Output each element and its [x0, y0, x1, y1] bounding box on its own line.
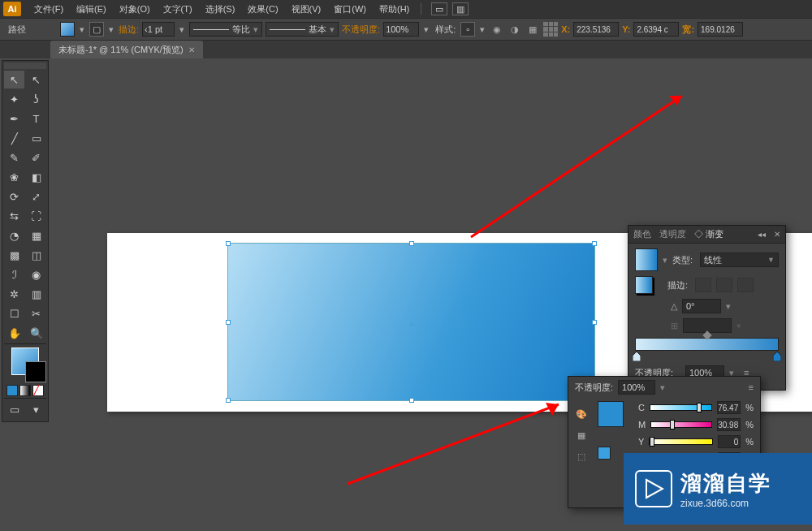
scale-tool[interactable]: ⤢	[26, 188, 46, 205]
zoom-tool[interactable]: 🔍	[26, 324, 46, 342]
color-panel-menu-icon[interactable]: ≡	[749, 382, 754, 392]
globe-icon[interactable]: ◉	[490, 22, 504, 37]
y-thumb[interactable]	[650, 437, 654, 447]
menu-help[interactable]: 帮助(H)	[373, 3, 416, 15]
layout-btn-2[interactable]: ▥	[452, 2, 469, 15]
m-track[interactable]	[650, 421, 712, 428]
type-tool[interactable]: T	[26, 110, 46, 127]
menu-file[interactable]: 文件(F)	[28, 3, 70, 15]
c-value[interactable]: 76.47	[717, 401, 741, 414]
eraser-tool[interactable]: ◧	[26, 168, 46, 186]
style-swatch[interactable]: ▫	[460, 22, 475, 37]
lasso-tool[interactable]: ʖ	[26, 90, 46, 108]
gradient-slider[interactable]	[635, 338, 779, 351]
resize-handle[interactable]	[226, 320, 231, 325]
c-track[interactable]	[650, 404, 712, 411]
panel-collapse-icon[interactable]: ◂◂	[758, 230, 766, 239]
menu-view[interactable]: 视图(V)	[285, 3, 328, 15]
resize-handle[interactable]	[409, 398, 414, 403]
fill-swatch[interactable]	[60, 22, 75, 37]
screen-mode[interactable]: ▭	[4, 400, 24, 418]
rectangle-tool[interactable]: ▭	[26, 129, 46, 147]
gradient-fill-stroke[interactable]	[635, 276, 653, 294]
line-tool[interactable]: ╱	[4, 129, 24, 147]
gradient-stop-left[interactable]	[633, 352, 641, 361]
ref-point-icon[interactable]	[543, 22, 558, 37]
color-opacity-input[interactable]: 100%	[618, 380, 655, 395]
package-icon[interactable]: ⬚	[573, 450, 590, 463]
hand-tool[interactable]: ✋	[4, 324, 24, 342]
gradient-mode-icon[interactable]	[19, 385, 31, 396]
magic-wand-tool[interactable]: ✦	[4, 90, 24, 108]
eyedropper-tool[interactable]: ℐ	[4, 266, 24, 283]
style-drop[interactable]: ▾	[478, 22, 486, 37]
transparency-tab[interactable]: 透明度	[659, 228, 686, 240]
shape-builder-tool[interactable]: ◔	[4, 227, 24, 244]
close-tab-icon[interactable]: ✕	[188, 45, 195, 54]
symbol-sprayer-tool[interactable]: ✲	[4, 285, 24, 303]
color-mode-icon[interactable]	[6, 385, 18, 396]
change-screen[interactable]: ▾	[26, 400, 46, 418]
menu-select[interactable]: 选择(S)	[199, 3, 242, 15]
brush-def[interactable]: 基本▾	[266, 22, 339, 37]
opacity-drop[interactable]: ▾	[422, 22, 430, 37]
linked-color-swatch[interactable]	[598, 447, 611, 460]
rotate-tool[interactable]: ⟳	[4, 188, 24, 205]
selected-rectangle[interactable]: ×	[227, 243, 595, 401]
fill-dropdown[interactable]: ▾	[78, 22, 86, 37]
resize-handle[interactable]	[226, 398, 231, 403]
menu-edit[interactable]: 编辑(E)	[70, 3, 113, 15]
panel-close-icon[interactable]: ✕	[774, 230, 780, 239]
document-tab[interactable]: 未标题-1* @ 11% (CMYK/预览) ✕	[50, 41, 203, 58]
resize-handle[interactable]	[226, 241, 231, 246]
gradient-stop-right[interactable]	[773, 352, 781, 361]
free-transform-tool[interactable]: ⛶	[26, 207, 46, 225]
width-tool[interactable]: ⇆	[4, 207, 24, 225]
stroke-swatch[interactable]: ▢	[89, 22, 104, 37]
m-thumb[interactable]	[670, 420, 675, 430]
pen-tool[interactable]: ✒	[4, 110, 24, 127]
x-input[interactable]: 223.5136	[573, 22, 619, 37]
paintbrush-tool[interactable]: ✎	[4, 149, 24, 166]
m-value[interactable]: 30.98	[717, 418, 741, 431]
gradient-type-dropdown[interactable]: 线性▼	[700, 253, 779, 267]
stroke-weight-drop[interactable]: ▾	[178, 22, 186, 37]
menu-effect[interactable]: 效果(C)	[241, 3, 284, 15]
y-value[interactable]: 0	[718, 435, 741, 448]
gradient-tab[interactable]: ◇ 渐变	[694, 228, 723, 240]
perspective-tool[interactable]: ▦	[26, 227, 46, 244]
stroke-dropdown[interactable]: ▾	[107, 22, 115, 37]
y-input[interactable]: 2.6394 c	[633, 22, 679, 37]
c-thumb[interactable]	[697, 403, 702, 412]
gradient-preview[interactable]	[635, 248, 658, 271]
angle-input[interactable]: 0°	[682, 299, 721, 313]
gradient-tool[interactable]: ◫	[26, 246, 46, 264]
selection-tool[interactable]: ↖	[4, 71, 24, 88]
blob-brush-tool[interactable]: ❀	[4, 168, 24, 186]
menu-object[interactable]: 对象(O)	[113, 3, 157, 15]
resize-handle[interactable]	[409, 241, 414, 246]
stroke-weight[interactable]: ‹1 pt	[142, 22, 175, 37]
w-input[interactable]: 169.0126	[698, 22, 743, 37]
menu-type[interactable]: 文字(T)	[157, 3, 199, 15]
palette-icon[interactable]: 🎨	[573, 408, 590, 421]
artboard-tool[interactable]: ☐	[4, 304, 24, 322]
layout-btn-1[interactable]: ▭	[431, 2, 447, 15]
slice-tool[interactable]: ✂	[26, 304, 46, 322]
recolor-icon[interactable]: ◑	[508, 22, 522, 37]
pencil-tool[interactable]: ✐	[26, 149, 46, 166]
color-tab[interactable]: 颜色	[633, 228, 651, 240]
color-guide-icon[interactable]: ▦	[573, 429, 590, 442]
mesh-tool[interactable]: ▩	[4, 246, 24, 264]
direct-select-tool[interactable]: ↖	[26, 71, 46, 88]
resize-handle[interactable]	[592, 241, 597, 246]
resize-handle[interactable]	[592, 320, 597, 325]
fill-stroke-swatch[interactable]	[11, 348, 39, 375]
blend-tool[interactable]: ◉	[26, 266, 46, 283]
align-icon[interactable]: ▦	[525, 22, 540, 37]
column-graph-tool[interactable]: ▥	[26, 285, 46, 303]
y-track[interactable]	[649, 438, 713, 445]
none-mode-icon[interactable]: ╱	[32, 385, 44, 396]
current-color-swatch[interactable]	[598, 401, 624, 427]
menu-window[interactable]: 窗口(W)	[327, 3, 373, 15]
